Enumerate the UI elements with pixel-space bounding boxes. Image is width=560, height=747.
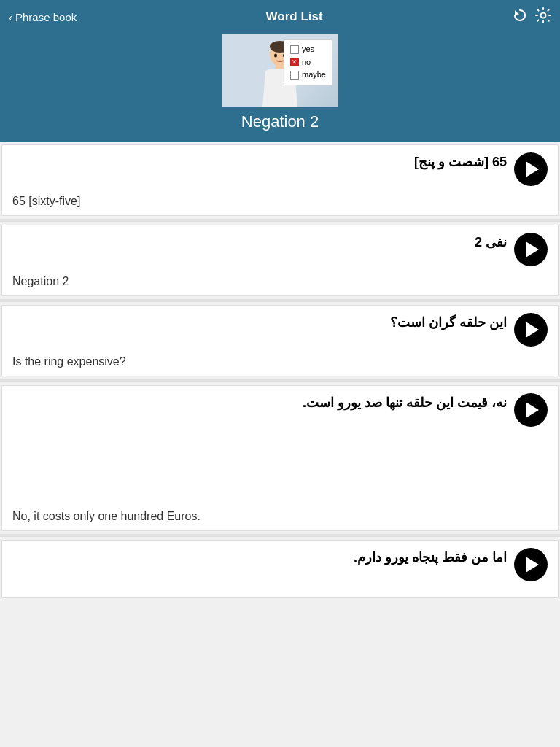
checkbox-overlay: yes ✕ no maybe [284, 39, 332, 85]
back-label: Phrase book [15, 11, 77, 23]
checkbox-maybe: maybe [290, 69, 326, 82]
card-65-top: 65 [شصت و پنج] [12, 152, 548, 186]
card-fifty-play-button[interactable] [514, 548, 548, 581]
play-icon [526, 241, 539, 258]
checkbox-maybe-label: maybe [302, 69, 326, 82]
play-icon [526, 322, 539, 338]
play-icon [526, 161, 539, 177]
header-icons [512, 7, 551, 27]
card-65-play-button[interactable] [514, 152, 548, 186]
card-ring-answer-top: نه، قیمت این حلقه تنها صد یورو است. [12, 393, 548, 427]
app-header: ‹ Phrase book Word List [0, 0, 560, 34]
page-title: Word List [77, 9, 512, 24]
hero-section: yes ✕ no maybe Negation 2 [0, 34, 560, 142]
back-chevron-icon: ‹ [9, 11, 12, 23]
card-65-english: 65 [sixty-five] [12, 192, 548, 208]
card-negation2: نفی 2 Negation 2 [1, 225, 559, 296]
hero-title: Negation 2 [241, 112, 319, 131]
divider-1 [0, 219, 560, 222]
card-fifty: اما من فقط پنجاه یورو دارم. [1, 540, 559, 598]
checkbox-yes-label: yes [302, 43, 314, 56]
settings-icon [535, 7, 551, 23]
card-negation2-arabic: نفی 2 [12, 233, 507, 250]
checkbox-yes: yes [290, 43, 326, 56]
card-ring-question-english: Is the ring expensive? [12, 352, 548, 368]
card-65: 65 [شصت و پنج] 65 [sixty-five] [1, 144, 559, 216]
card-negation2-top: نفی 2 [12, 233, 548, 266]
card-ring-question-play-button[interactable] [514, 313, 548, 347]
card-ring-answer-play-button[interactable] [514, 393, 548, 427]
refresh-button[interactable] [512, 7, 528, 27]
card-65-arabic: 65 [شصت و پنج] [12, 152, 507, 170]
checkbox-maybe-box [290, 71, 299, 80]
svg-point-5 [274, 54, 277, 58]
back-button[interactable]: ‹ Phrase book [9, 11, 77, 23]
card-negation2-english: Negation 2 [12, 272, 548, 288]
card-ring-answer: نه، قیمت این حلقه تنها صد یورو است. No, … [1, 385, 559, 531]
card-fifty-top: اما من فقط پنجاه یورو دارم. [12, 548, 548, 581]
divider-3 [0, 379, 560, 382]
card-ring-question-arabic: این حلقه گران است؟ [12, 313, 507, 330]
svg-marker-0 [515, 10, 520, 15]
play-icon [526, 402, 539, 418]
refresh-icon [512, 7, 528, 23]
checkbox-no: ✕ no [290, 56, 326, 69]
play-icon [526, 557, 539, 573]
card-ring-answer-arabic: نه، قیمت این حلقه تنها صد یورو است. [12, 393, 507, 411]
card-ring-question: این حلقه گران است؟ Is the ring expensive… [1, 305, 559, 376]
checkbox-no-label: no [302, 56, 311, 69]
hero-image: yes ✕ no maybe [222, 34, 338, 107]
divider-2 [0, 299, 560, 302]
settings-button[interactable] [535, 7, 551, 27]
card-ring-question-top: این حلقه گران است؟ [12, 313, 548, 347]
svg-point-1 [541, 12, 546, 18]
card-fifty-arabic: اما من فقط پنجاه یورو دارم. [12, 548, 507, 565]
card-negation2-play-button[interactable] [514, 233, 548, 266]
checkbox-yes-box [290, 45, 299, 54]
checkbox-no-box: ✕ [290, 58, 299, 66]
divider-4 [0, 534, 560, 537]
card-ring-answer-english: No, it costs only one hundred Euros. [12, 466, 548, 523]
